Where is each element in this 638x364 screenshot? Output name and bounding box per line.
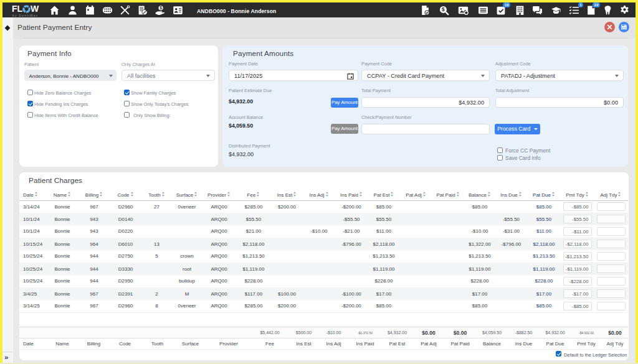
svg-text:$: $ [442,6,445,12]
svg-text:$: $ [160,6,162,11]
